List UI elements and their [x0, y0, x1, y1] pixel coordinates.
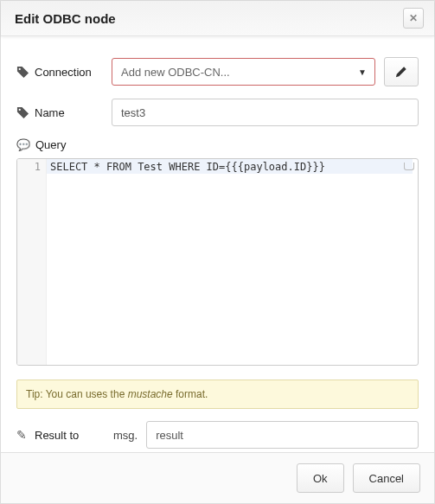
- tag-icon: [16, 106, 29, 119]
- result-input[interactable]: [146, 421, 419, 449]
- connection-label-text: Connection: [35, 66, 92, 79]
- edit-connection-button[interactable]: [384, 57, 419, 86]
- tip-text-emph: mustache: [128, 388, 173, 400]
- name-row: Name: [16, 99, 419, 126]
- connection-label: Connection: [16, 66, 103, 79]
- name-label-text: Name: [35, 106, 65, 119]
- result-label-text: Result to: [35, 429, 79, 442]
- query-text: SELECT * FROM Test WHERE ID={{{payload.I…: [50, 161, 411, 173]
- tag-icon: [16, 66, 29, 79]
- result-prefix: msg.: [113, 429, 138, 442]
- tip-text-prefix: Tip: You can uses the: [26, 388, 128, 400]
- dialog-body: Connection Add new ODBC-CN... ▼ Name 💬: [1, 36, 434, 452]
- tip-box: Tip: You can uses the mustache format.: [16, 380, 419, 409]
- editor-lineno: 1: [35, 161, 41, 173]
- tip-text-suffix: format.: [173, 388, 208, 400]
- editor-gutter: 1: [17, 159, 47, 365]
- connection-select-wrap: Add new ODBC-CN... ▼: [112, 58, 375, 86]
- result-label: ✎ Result to: [16, 429, 103, 442]
- connection-select[interactable]: Add new ODBC-CN...: [112, 58, 375, 86]
- name-input[interactable]: [112, 99, 419, 126]
- result-row: ✎ Result to msg.: [16, 421, 419, 449]
- query-editor[interactable]: 1 SELECT * FROM Test WHERE ID={{{payload…: [16, 158, 419, 366]
- connection-row: Connection Add new ODBC-CN... ▼: [16, 57, 419, 86]
- query-block: 💬 Query 1 SELECT * FROM Test WHERE ID={{…: [16, 138, 419, 366]
- fold-handle-icon: [404, 163, 414, 170]
- dialog-footer: Ok Cancel: [1, 452, 434, 503]
- comment-icon: 💬: [16, 138, 30, 151]
- query-label: 💬 Query: [16, 138, 419, 151]
- query-label-text: Query: [35, 138, 66, 151]
- pencil-icon: [395, 66, 407, 78]
- dialog-title: Edit ODBC node: [15, 11, 116, 26]
- close-icon: ✕: [409, 12, 418, 24]
- name-label: Name: [16, 106, 103, 119]
- ok-button[interactable]: Ok: [297, 463, 344, 493]
- close-button[interactable]: ✕: [403, 8, 424, 29]
- edit-icon: ✎: [16, 429, 29, 442]
- cancel-button[interactable]: Cancel: [353, 463, 420, 493]
- dialog: Edit ODBC node ✕ Connection Add new ODBC…: [0, 0, 435, 504]
- titlebar: Edit ODBC node ✕: [1, 1, 434, 36]
